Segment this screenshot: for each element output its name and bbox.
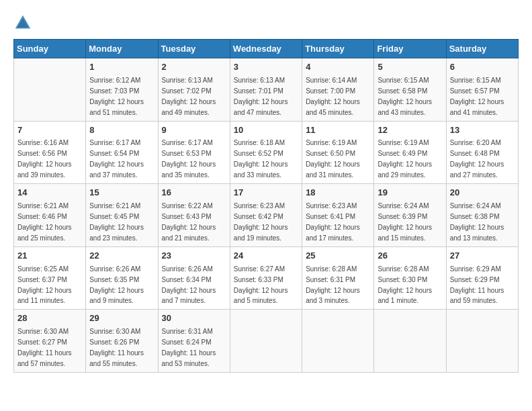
- day-number: 10: [234, 124, 298, 137]
- day-number: 6: [450, 61, 515, 74]
- day-number: 29: [89, 312, 154, 325]
- header-day-wednesday: Wednesday: [230, 40, 302, 58]
- day-cell: 12Sunrise: 6:19 AM Sunset: 6:49 PM Dayli…: [374, 121, 446, 184]
- day-number: 23: [162, 250, 226, 263]
- day-number: 4: [306, 61, 370, 74]
- day-info: Sunrise: 6:24 AM Sunset: 6:38 PM Dayligh…: [450, 202, 504, 242]
- week-row-2: 7Sunrise: 6:16 AM Sunset: 6:56 PM Daylig…: [14, 121, 519, 184]
- day-cell: 6Sunrise: 6:15 AM Sunset: 6:57 PM Daylig…: [446, 58, 518, 122]
- day-number: 11: [306, 124, 370, 137]
- week-row-4: 21Sunrise: 6:25 AM Sunset: 6:37 PM Dayli…: [14, 246, 519, 310]
- logo-icon: [13, 13, 32, 32]
- header-day-monday: Monday: [86, 40, 158, 58]
- day-cell: 11Sunrise: 6:19 AM Sunset: 6:50 PM Dayli…: [302, 121, 374, 184]
- day-cell: 1Sunrise: 6:12 AM Sunset: 7:03 PM Daylig…: [86, 58, 158, 122]
- day-number: 30: [162, 312, 226, 325]
- day-info: Sunrise: 6:17 AM Sunset: 6:53 PM Dayligh…: [162, 139, 216, 179]
- header-day-sunday: Sunday: [14, 40, 86, 58]
- day-info: Sunrise: 6:18 AM Sunset: 6:52 PM Dayligh…: [234, 139, 288, 179]
- day-info: Sunrise: 6:13 AM Sunset: 7:02 PM Dayligh…: [162, 77, 216, 116]
- day-cell: [446, 310, 518, 373]
- day-cell: 13Sunrise: 6:20 AM Sunset: 6:48 PM Dayli…: [446, 121, 518, 184]
- calendar-body: 1Sunrise: 6:12 AM Sunset: 7:03 PM Daylig…: [14, 58, 519, 373]
- day-info: Sunrise: 6:15 AM Sunset: 6:57 PM Dayligh…: [450, 77, 504, 116]
- day-number: 27: [450, 250, 515, 263]
- day-cell: 29Sunrise: 6:30 AM Sunset: 6:26 PM Dayli…: [86, 310, 158, 373]
- day-cell: [14, 58, 86, 122]
- header-day-friday: Friday: [374, 40, 446, 58]
- header-day-saturday: Saturday: [446, 40, 518, 58]
- day-info: Sunrise: 6:25 AM Sunset: 6:37 PM Dayligh…: [17, 265, 72, 305]
- day-number: 12: [378, 124, 442, 137]
- day-number: 24: [234, 250, 298, 263]
- day-number: 25: [306, 250, 370, 263]
- day-cell: 7Sunrise: 6:16 AM Sunset: 6:56 PM Daylig…: [14, 121, 86, 184]
- day-number: 5: [378, 61, 442, 74]
- day-cell: 27Sunrise: 6:29 AM Sunset: 6:29 PM Dayli…: [446, 246, 518, 310]
- day-cell: [230, 310, 302, 373]
- day-cell: 24Sunrise: 6:27 AM Sunset: 6:33 PM Dayli…: [230, 246, 302, 310]
- day-number: 18: [306, 187, 370, 199]
- day-info: Sunrise: 6:19 AM Sunset: 6:50 PM Dayligh…: [306, 139, 360, 179]
- day-info: Sunrise: 6:28 AM Sunset: 6:31 PM Dayligh…: [306, 265, 360, 305]
- day-info: Sunrise: 6:26 AM Sunset: 6:35 PM Dayligh…: [89, 265, 144, 305]
- day-cell: 28Sunrise: 6:30 AM Sunset: 6:27 PM Dayli…: [14, 310, 86, 373]
- day-cell: 21Sunrise: 6:25 AM Sunset: 6:37 PM Dayli…: [14, 246, 86, 310]
- day-info: Sunrise: 6:22 AM Sunset: 6:43 PM Dayligh…: [162, 202, 216, 242]
- day-info: Sunrise: 6:19 AM Sunset: 6:49 PM Dayligh…: [378, 139, 432, 179]
- day-info: Sunrise: 6:27 AM Sunset: 6:33 PM Dayligh…: [234, 265, 288, 305]
- day-info: Sunrise: 6:23 AM Sunset: 6:41 PM Dayligh…: [306, 202, 360, 242]
- day-info: Sunrise: 6:23 AM Sunset: 6:42 PM Dayligh…: [234, 202, 288, 242]
- day-info: Sunrise: 6:15 AM Sunset: 6:58 PM Dayligh…: [378, 77, 432, 116]
- day-info: Sunrise: 6:14 AM Sunset: 7:00 PM Dayligh…: [306, 77, 360, 116]
- week-row-1: 1Sunrise: 6:12 AM Sunset: 7:03 PM Daylig…: [14, 58, 519, 122]
- day-number: 9: [162, 124, 226, 137]
- calendar-header: SundayMondayTuesdayWednesdayThursdayFrid…: [14, 40, 519, 58]
- day-number: 26: [378, 250, 442, 263]
- day-cell: 9Sunrise: 6:17 AM Sunset: 6:53 PM Daylig…: [158, 121, 230, 184]
- day-number: 13: [450, 124, 515, 137]
- day-info: Sunrise: 6:20 AM Sunset: 6:48 PM Dayligh…: [450, 139, 504, 179]
- day-cell: [302, 310, 374, 373]
- day-number: 22: [89, 250, 154, 263]
- week-row-5: 28Sunrise: 6:30 AM Sunset: 6:27 PM Dayli…: [14, 310, 519, 373]
- day-number: 20: [450, 187, 515, 199]
- logo: [13, 13, 35, 32]
- day-cell: 18Sunrise: 6:23 AM Sunset: 6:41 PM Dayli…: [302, 184, 374, 247]
- day-cell: 5Sunrise: 6:15 AM Sunset: 6:58 PM Daylig…: [374, 58, 446, 122]
- day-number: 14: [17, 187, 82, 199]
- day-cell: 15Sunrise: 6:21 AM Sunset: 6:45 PM Dayli…: [86, 184, 158, 247]
- day-info: Sunrise: 6:26 AM Sunset: 6:34 PM Dayligh…: [162, 265, 216, 305]
- day-cell: 16Sunrise: 6:22 AM Sunset: 6:43 PM Dayli…: [158, 184, 230, 247]
- day-cell: [374, 310, 446, 373]
- day-info: Sunrise: 6:21 AM Sunset: 6:45 PM Dayligh…: [89, 202, 144, 242]
- day-info: Sunrise: 6:30 AM Sunset: 6:26 PM Dayligh…: [89, 328, 144, 367]
- day-number: 19: [378, 187, 442, 199]
- day-number: 28: [17, 312, 82, 325]
- page-header: [13, 13, 519, 32]
- day-info: Sunrise: 6:13 AM Sunset: 7:01 PM Dayligh…: [234, 77, 288, 116]
- day-number: 16: [162, 187, 226, 199]
- day-number: 21: [17, 250, 82, 263]
- day-number: 1: [89, 61, 154, 74]
- day-cell: 10Sunrise: 6:18 AM Sunset: 6:52 PM Dayli…: [230, 121, 302, 184]
- header-row: SundayMondayTuesdayWednesdayThursdayFrid…: [14, 40, 519, 58]
- day-cell: 19Sunrise: 6:24 AM Sunset: 6:39 PM Dayli…: [374, 184, 446, 247]
- day-cell: 22Sunrise: 6:26 AM Sunset: 6:35 PM Dayli…: [86, 246, 158, 310]
- day-cell: 23Sunrise: 6:26 AM Sunset: 6:34 PM Dayli…: [158, 246, 230, 310]
- day-cell: 25Sunrise: 6:28 AM Sunset: 6:31 PM Dayli…: [302, 246, 374, 310]
- day-info: Sunrise: 6:30 AM Sunset: 6:27 PM Dayligh…: [17, 328, 72, 367]
- header-day-thursday: Thursday: [302, 40, 374, 58]
- day-cell: 14Sunrise: 6:21 AM Sunset: 6:46 PM Dayli…: [14, 184, 86, 247]
- day-number: 15: [89, 187, 154, 199]
- day-info: Sunrise: 6:24 AM Sunset: 6:39 PM Dayligh…: [378, 202, 432, 242]
- day-number: 2: [162, 61, 226, 74]
- day-info: Sunrise: 6:31 AM Sunset: 6:24 PM Dayligh…: [162, 328, 216, 367]
- week-row-3: 14Sunrise: 6:21 AM Sunset: 6:46 PM Dayli…: [14, 184, 519, 247]
- day-cell: 3Sunrise: 6:13 AM Sunset: 7:01 PM Daylig…: [230, 58, 302, 122]
- day-info: Sunrise: 6:12 AM Sunset: 7:03 PM Dayligh…: [89, 77, 144, 116]
- day-cell: 30Sunrise: 6:31 AM Sunset: 6:24 PM Dayli…: [158, 310, 230, 373]
- day-number: 3: [234, 61, 298, 74]
- day-cell: 20Sunrise: 6:24 AM Sunset: 6:38 PM Dayli…: [446, 184, 518, 247]
- header-day-tuesday: Tuesday: [158, 40, 230, 58]
